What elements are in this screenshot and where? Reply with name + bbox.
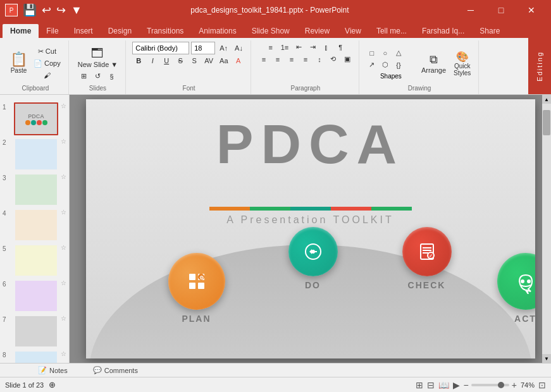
scroll-up-button[interactable]: ▲ xyxy=(542,95,551,104)
slide-img-5[interactable] xyxy=(14,244,58,277)
columns-button[interactable]: ⫿ xyxy=(320,42,333,52)
numbering-button[interactable]: 1≡ xyxy=(278,42,292,52)
layout-button[interactable]: ⊞ xyxy=(77,71,90,82)
tab-slideshow[interactable]: Slide Show xyxy=(244,24,297,38)
scroll-down-button[interactable]: ▼ xyxy=(542,354,551,363)
font-size-input[interactable]: 18 xyxy=(191,42,215,54)
bullets-button[interactable]: ≡ xyxy=(264,42,277,52)
zoom-control: − + xyxy=(464,380,517,390)
check-circle: ✓ xyxy=(402,227,452,276)
align-left-button[interactable]: ≡ xyxy=(257,54,270,64)
minimize-button[interactable]: ─ xyxy=(456,0,485,20)
slide-thumb-6[interactable]: 6 ☆ xyxy=(3,279,66,312)
new-slide-button[interactable]: 🗔 New Slide ▼ xyxy=(75,45,120,70)
slide-thumb-1[interactable]: 1 PDCA ☆ xyxy=(3,102,66,135)
undo-icon[interactable]: ↩ xyxy=(40,3,53,17)
char-spacing-button[interactable]: AV xyxy=(202,56,216,66)
slide-thumb-5[interactable]: 5 ☆ xyxy=(3,244,66,277)
tab-share[interactable]: Share xyxy=(472,24,507,38)
scroll-thumb[interactable] xyxy=(543,110,550,135)
tab-tellme[interactable]: Tell me... xyxy=(369,24,414,38)
shape5[interactable]: ⬡ xyxy=(379,59,392,71)
view-reading-icon[interactable]: 📖 xyxy=(438,380,449,390)
arrange-button[interactable]: ⧉ Arrange xyxy=(419,52,449,75)
italic-button[interactable]: I xyxy=(146,56,159,66)
section-button[interactable]: § xyxy=(105,71,118,82)
slide-img-4[interactable] xyxy=(14,209,58,242)
slide-img-7[interactable] xyxy=(14,315,58,348)
comments-label: Comments xyxy=(104,367,138,374)
shadow-button[interactable]: S xyxy=(188,56,201,66)
view-normal-icon[interactable]: ⊞ xyxy=(416,380,423,390)
tab-review[interactable]: Review xyxy=(297,24,337,38)
indent-less-button[interactable]: ⇤ xyxy=(292,42,305,52)
zoom-thumb[interactable] xyxy=(498,382,504,388)
restore-button[interactable]: □ xyxy=(486,0,516,20)
slide-thumb-3[interactable]: 3 ☆ xyxy=(3,173,66,206)
slide-img-8[interactable] xyxy=(14,350,58,363)
slide-img-6[interactable] xyxy=(14,279,58,312)
color-seg-3 xyxy=(290,207,331,211)
reset-button[interactable]: ↺ xyxy=(91,71,104,82)
font-size-up[interactable]: A↑ xyxy=(217,43,230,53)
paste-button[interactable]: 📋 Paste xyxy=(8,51,30,75)
slide-thumb-4[interactable]: 4 ☆ xyxy=(3,209,66,242)
accessibility-icon[interactable]: ⊕ xyxy=(49,380,56,389)
tab-user[interactable]: Farshad Iq... xyxy=(414,24,472,38)
slide-img-3[interactable] xyxy=(14,173,58,206)
tab-design[interactable]: Design xyxy=(101,24,139,38)
cut-button[interactable]: ✂ Cut xyxy=(31,46,63,57)
slide-thumb-7[interactable]: 7 ☆ xyxy=(3,315,66,348)
redo-icon[interactable]: ↪ xyxy=(55,3,67,17)
drawing-content: □ ○ △ ↗ ⬡ {} Shapes ⧉ Arrange 🎨 Quick xyxy=(366,42,473,85)
slide-num-1: 1 xyxy=(3,102,11,111)
tab-home[interactable]: Home xyxy=(3,24,39,38)
view-slideshow-icon[interactable]: ▶ xyxy=(453,380,460,390)
underline-button[interactable]: U xyxy=(160,56,173,66)
indent-more-button[interactable]: ⇥ xyxy=(306,42,319,52)
bold-button[interactable]: B xyxy=(132,56,145,66)
slide-img-2[interactable] xyxy=(14,138,58,171)
shape1[interactable]: □ xyxy=(366,47,378,59)
justify-button[interactable]: ≡ xyxy=(299,54,312,64)
tab-transitions[interactable]: Transitions xyxy=(139,24,191,38)
close-button[interactable]: ✕ xyxy=(517,0,546,20)
tab-insert[interactable]: Insert xyxy=(66,24,101,38)
tab-animations[interactable]: Animations xyxy=(191,24,244,38)
slide-thumb-2[interactable]: 2 ☆ xyxy=(3,138,66,171)
shape4[interactable]: ↗ xyxy=(366,59,378,71)
zoom-out-icon[interactable]: − xyxy=(464,380,469,390)
drawing-group: □ ○ △ ↗ ⬡ {} Shapes ⧉ Arrange 🎨 Quick xyxy=(361,40,479,94)
text-dir-button[interactable]: ⟲ xyxy=(327,54,340,64)
font-color-button[interactable]: A xyxy=(232,56,245,66)
shape3[interactable]: △ xyxy=(392,47,405,59)
font-family-input[interactable]: Calibri (Body) xyxy=(132,42,189,54)
slide-thumb-8[interactable]: 8 ☆ xyxy=(3,350,66,363)
shape6[interactable]: {} xyxy=(392,59,405,71)
font-size-down[interactable]: A↓ xyxy=(232,43,245,53)
slide-img-1[interactable]: PDCA xyxy=(14,102,58,135)
align-right-button[interactable]: ≡ xyxy=(285,54,298,64)
shape2[interactable]: ○ xyxy=(379,47,392,59)
notes-icon: 📝 xyxy=(38,366,47,374)
tab-file[interactable]: File xyxy=(39,24,66,38)
quick-styles-button[interactable]: 🎨 Quick Styles xyxy=(451,49,473,78)
notes-button[interactable]: 📝 Notes xyxy=(38,366,68,374)
customize-icon[interactable]: ▼ xyxy=(70,4,84,17)
zoom-in-icon[interactable]: + xyxy=(512,380,517,390)
para-dir-button[interactable]: ¶ xyxy=(334,42,347,52)
formatpaint-button[interactable]: 🖌 xyxy=(31,70,63,80)
line-spacing-button[interactable]: ↕ xyxy=(313,54,326,64)
save-icon[interactable]: 💾 xyxy=(22,3,38,17)
smart-art-button[interactable]: ▣ xyxy=(341,54,354,64)
strikethrough-button[interactable]: S xyxy=(174,56,187,66)
align-center-button[interactable]: ≡ xyxy=(271,54,284,64)
view-slide-sorter-icon[interactable]: ⊟ xyxy=(427,380,435,390)
fit-screen-icon[interactable]: ⊡ xyxy=(538,380,546,390)
case-button[interactable]: Aa xyxy=(217,56,230,66)
copy-button[interactable]: 📄 Copy xyxy=(31,58,63,69)
zoom-level: 74% xyxy=(521,381,535,389)
comments-button[interactable]: 💬 Comments xyxy=(93,366,138,374)
tab-view[interactable]: View xyxy=(337,24,369,38)
zoom-slider[interactable] xyxy=(471,384,509,386)
